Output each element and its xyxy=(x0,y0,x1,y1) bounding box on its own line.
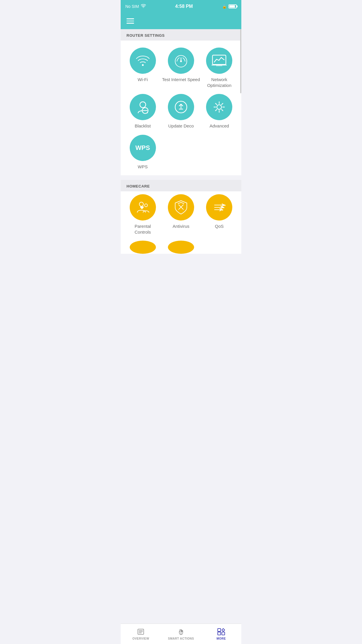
network-label: NetworkOptimization xyxy=(207,77,231,88)
qos-item[interactable]: QoS xyxy=(200,194,238,235)
parental-item[interactable]: ParentalControls xyxy=(124,194,162,235)
antivirus-item[interactable]: Antivirus xyxy=(162,194,200,235)
homecare-extra-3 xyxy=(200,241,238,254)
router-settings-grid: Wi-Fi Test Internet Speed xyxy=(121,41,241,175)
status-right: 🔒 xyxy=(222,4,237,9)
blacklist-item[interactable]: Blacklist xyxy=(124,94,162,129)
parental-label: ParentalControls xyxy=(135,223,151,235)
blacklist-label: Blacklist xyxy=(135,123,151,129)
blacklist-icon-circle xyxy=(130,94,156,120)
wps-item[interactable]: WPS WPS xyxy=(124,135,162,170)
status-time: 4:58 PM xyxy=(175,4,193,9)
homecare-grid: ParentalControls xyxy=(121,191,241,254)
svg-point-1 xyxy=(142,64,144,66)
wifi-label: Wi-Fi xyxy=(138,77,148,83)
network-icon-circle xyxy=(206,48,232,74)
svg-point-5 xyxy=(140,102,146,108)
svg-point-11 xyxy=(139,202,143,206)
router-icon-grid: Wi-Fi Test Internet Speed xyxy=(124,48,238,129)
homecare-icon-grid: ParentalControls xyxy=(124,194,238,254)
network-item[interactable]: NetworkOptimization xyxy=(200,48,238,88)
battery-icon xyxy=(229,4,237,8)
status-left: No SIM xyxy=(125,4,146,9)
update-label: Update Deco xyxy=(168,123,194,129)
wifi-signal-icon xyxy=(141,4,146,9)
parental-icon-circle xyxy=(130,194,156,220)
wps-icon-circle: WPS xyxy=(130,135,156,161)
update-item[interactable]: Update Deco xyxy=(162,94,200,129)
wifi-icon-circle xyxy=(130,48,156,74)
wps-label: WPS xyxy=(138,164,148,170)
scroll-content: ROUTER SETTINGS Wi-Fi xyxy=(121,29,241,274)
wifi-item[interactable]: Wi-Fi xyxy=(124,48,162,88)
advanced-item[interactable]: Advanced xyxy=(200,94,238,129)
homecare-extra-1-circle xyxy=(130,241,156,254)
speed-item[interactable]: Test Internet Speed xyxy=(162,48,200,88)
wps-text: WPS xyxy=(136,144,150,152)
antivirus-label: Antivirus xyxy=(173,223,189,229)
menu-button[interactable] xyxy=(126,18,134,24)
update-icon-circle xyxy=(168,94,194,120)
svg-point-3 xyxy=(180,60,182,62)
qos-label: QoS xyxy=(215,223,224,229)
svg-point-0 xyxy=(143,7,144,8)
advanced-label: Advanced xyxy=(210,123,229,129)
status-bar: No SIM 4:58 PM 🔒 xyxy=(121,0,241,13)
antivirus-icon-circle xyxy=(168,194,194,220)
homecare-extra-1[interactable] xyxy=(124,241,162,254)
advanced-icon-circle xyxy=(206,94,232,120)
homecare-extra-2-circle xyxy=(168,241,194,254)
speed-label: Test Internet Speed xyxy=(162,77,200,83)
svg-point-10 xyxy=(217,105,222,109)
top-nav xyxy=(121,13,241,29)
homecare-header: HOMECARE xyxy=(121,180,241,191)
qos-icon-circle xyxy=(206,194,232,220)
lock-icon: 🔒 xyxy=(222,4,227,9)
router-settings-header: ROUTER SETTINGS xyxy=(121,29,241,41)
speed-icon-circle xyxy=(168,48,194,74)
svg-point-12 xyxy=(145,204,147,207)
homecare-extra-2[interactable] xyxy=(162,241,200,254)
carrier-text: No SIM xyxy=(125,4,139,9)
scrollbar[interactable] xyxy=(240,29,241,93)
page-wrapper: No SIM 4:58 PM 🔒 xyxy=(121,0,241,274)
